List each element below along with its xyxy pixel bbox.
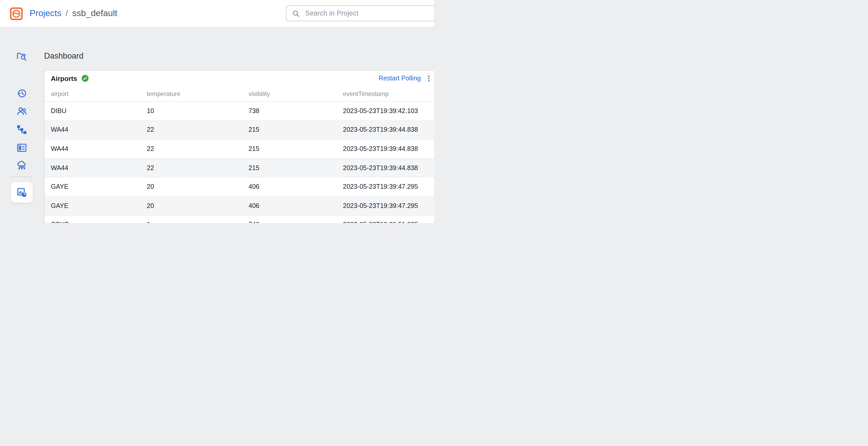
table-cell: 215 (242, 158, 337, 178)
search-icon (291, 9, 300, 18)
table-cell: 746 (242, 215, 337, 223)
search-input[interactable] (304, 9, 434, 18)
table-header-row: airport temperature visibility eventTime… (44, 87, 434, 101)
page-title: Dashboard (44, 51, 84, 61)
sidebar-item-history[interactable] (16, 88, 28, 99)
project-search[interactable] (286, 5, 434, 21)
table-cell: GAYE (44, 178, 141, 196)
kebab-icon (425, 74, 432, 82)
sidebar-item-job-flow[interactable] (16, 124, 28, 135)
sidebar (0, 27, 43, 223)
col-eventTimestamp: eventTimestamp (337, 87, 434, 101)
widget-title: Airports (51, 74, 77, 82)
table-cell: 22 (141, 158, 242, 178)
table-cell: 215 (242, 139, 337, 158)
table-cell: 738 (242, 101, 337, 120)
breadcrumb-separator: / (66, 8, 68, 19)
col-visibility: visibility (242, 87, 337, 101)
sidebar-divider (10, 176, 33, 177)
breadcrumb-current: ssb_default (72, 8, 117, 19)
airports-table-body: DIBU107382023-05-23T19:39:42.103WA442221… (44, 101, 434, 223)
table-cell: 406 (242, 196, 337, 215)
table-cell: 2023-05-23T19:39:44.838 (337, 158, 434, 178)
breadcrumb-projects-link[interactable]: Projects (30, 8, 61, 19)
table-cell: 20 (141, 196, 242, 215)
table-row: WA44222152023-05-23T19:39:44.838 (44, 158, 434, 178)
top-bar: Projects / ssb_default Session (0, 0, 434, 28)
breadcrumb: Projects / ssb_default (30, 0, 117, 27)
app-logo-icon[interactable] (10, 7, 23, 20)
col-temperature: temperature (141, 87, 242, 101)
widget-airports-header: Airports Restart Polling (44, 70, 434, 86)
table-row: DIBU107382023-05-23T19:39:42.103 (44, 101, 434, 120)
table-cell: 22 (141, 120, 242, 139)
airports-table: airport temperature visibility eventTime… (44, 87, 434, 223)
widget-airports: Airports Restart Polling airport tempera… (44, 70, 434, 223)
table-row: WA44222152023-05-23T19:39:44.838 (44, 139, 434, 158)
success-check-icon (81, 74, 89, 83)
table-cell: 406 (242, 178, 337, 196)
table-cell: 2023-05-23T19:39:47.295 (337, 178, 434, 196)
table-cell: 20 (141, 178, 242, 196)
table-cell: 22 (141, 139, 242, 158)
table-cell: 10 (141, 101, 242, 120)
sidebar-item-dashboard[interactable] (11, 182, 33, 203)
table-row: GBYD17462023-05-23T19:39:51.225 (44, 215, 434, 223)
restart-polling-button[interactable]: Restart Polling (378, 75, 421, 82)
table-cell: WA44 (44, 139, 141, 158)
col-airport: airport (44, 87, 141, 101)
table-cell: 2023-05-23T19:39:47.295 (337, 196, 434, 215)
table-cell: GAYE (44, 196, 141, 215)
table-cell: 215 (242, 120, 337, 139)
table-cell: DIBU (44, 101, 141, 120)
table-row: GAYE204062023-05-23T19:39:47.295 (44, 178, 434, 196)
table-cell: 1 (141, 215, 242, 223)
table-cell: WA44 (44, 158, 141, 178)
table-cell: 2023-05-23T19:39:44.838 (337, 120, 434, 139)
sidebar-item-project-explorer[interactable] (16, 51, 28, 62)
sidebar-item-virtual-tables[interactable] (16, 142, 28, 154)
table-row: WA44222152023-05-23T19:39:44.838 (44, 120, 434, 139)
sidebar-item-users[interactable] (16, 105, 28, 117)
table-cell: GBYD (44, 215, 141, 223)
table-cell: WA44 (44, 120, 141, 139)
table-cell: 2023-05-23T19:39:42.103 (337, 101, 434, 120)
table-row: GAYE204062023-05-23T19:39:47.295 (44, 196, 434, 215)
dashboard-chart-icon (16, 186, 28, 198)
sidebar-item-data-sources[interactable] (16, 160, 28, 171)
table-cell: 2023-05-23T19:39:44.838 (337, 139, 434, 158)
widget-menu-button[interactable] (425, 74, 433, 83)
table-cell: 2023-05-23T19:39:51.225 (337, 215, 434, 223)
